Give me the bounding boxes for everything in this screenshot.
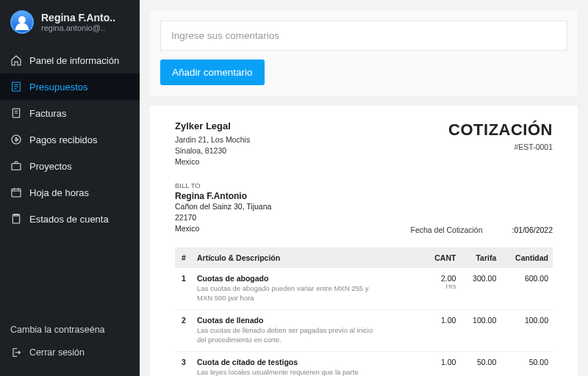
sidebar-nav: Panel de información Presupuestos Factur… [0,43,140,232]
user-block: Regina F.Anto.. regina.antonio@.. [0,0,140,43]
avatar [10,10,34,34]
billto-address-3: Mexico [175,223,271,234]
svg-rect-3 [12,164,21,170]
sidebar-item-estimates[interactable]: Presupuestos [0,73,140,100]
col-description: Artículo & Descripción [193,247,423,268]
sidebar-item-invoices[interactable]: Facturas [0,100,140,126]
item-unit: Hrs [427,283,456,290]
logout-icon [10,347,22,358]
sidebar-item-label: Pagos recibidos [29,134,98,145]
item-qty: 1.00 [423,309,460,351]
estimate-icon [10,81,22,93]
sidebar-item-label: Panel de información [29,55,119,66]
sidebar-item-statements[interactable]: Estados de cuenta [0,206,140,232]
sidebar-item-label: Proyectos [29,161,72,172]
row-index: 2 [175,309,193,351]
billto-name: Regina F.Antonio [175,191,271,201]
sidebar-item-label: Presupuestos [29,82,88,93]
company-block: Zylker Legal Jardin 21, Los Mochis Sinal… [175,120,250,168]
col-qty: CANT [423,247,460,268]
statement-icon [10,213,22,225]
sidebar-item-label: Facturas [29,108,67,119]
sidebar-item-payments[interactable]: Pagos recibidos [0,126,140,153]
sidebar-item-projects[interactable]: Proyectos [0,153,140,179]
sidebar-item-label: Hoja de horas [29,187,89,198]
item-name: Cuotas de abogado [197,274,418,283]
billto-address-1: Cañon del Sainz 30, Tijuana [175,201,271,212]
table-row: 1 Cuotas de abogado Las cuotas de abogad… [175,268,553,309]
item-desc: Las cuotas de llenado deben ser pagadas … [197,326,373,345]
row-index: 3 [175,351,193,376]
sidebar-item-label: Estados de cuenta [29,214,109,225]
calendar-icon [10,187,22,198]
footer-label: Cambia la contraseéna [10,325,105,335]
payments-icon [10,134,22,145]
sidebar-footer: Cambia la contraseéna Cerrar sesión [0,314,140,376]
item-rate: 300.00 [460,268,501,309]
logout-link[interactable]: Cerrar sesión [0,341,140,364]
doc-title: COTIZACIÓN [448,120,553,140]
line-items-table: # Artículo & Descripción CANT Tarifa Can… [175,247,553,376]
item-name: Cuota de citado de testigos [197,358,418,366]
doc-meta: Fecha del Cotización :01/06/2022 [410,225,553,234]
main-content: Añadir comentario Zylker Legal Jardin 21… [140,0,588,376]
billto-block: Bill TO Regina F.Antonio Cañon del Sainz… [175,181,271,235]
doc-title-block: COTIZACIÓN #EST-0001 [448,120,553,151]
item-amount: 600.00 [501,268,553,309]
estimate-document: Zylker Legal Jardin 21, Los Mochis Sinal… [150,106,578,376]
user-email: regina.antonio@.. [41,24,115,32]
item-name: Cuotas de llenado [197,316,418,325]
billto-address-2: 22170 [175,212,271,223]
change-password-link[interactable]: Cambia la contraseéna [0,319,140,341]
footer-label: Cerrar sesión [29,347,85,358]
sidebar-item-timesheet[interactable]: Hoja de horas [0,179,140,206]
sidebar-item-dashboard[interactable]: Panel de información [0,47,140,73]
table-row: 3 Cuota de citado de testigos Las leyes … [175,351,553,376]
briefcase-icon [10,160,22,172]
company-address-3: Mexico [175,156,250,167]
svg-rect-6 [14,214,18,216]
col-rate: Tarifa [460,247,501,268]
company-address-2: Sinaloa, 81230 [175,145,250,156]
company-name: Zylker Legal [175,120,250,131]
svg-rect-4 [12,189,21,197]
sidebar: Regina F.Anto.. regina.antonio@.. Panel … [0,0,140,376]
item-rate: 100.00 [460,309,501,351]
company-address-1: Jardin 21, Los Mochis [175,134,250,145]
item-rate: 50.00 [460,351,501,376]
add-comment-button[interactable]: Añadir comentario [160,59,265,85]
item-qty: 2.00 [427,274,456,283]
item-desc: Las cuotas de abogado pueden variar entr… [197,284,373,303]
invoice-icon [10,107,22,119]
item-desc: Las leyes locales usualmente requieren q… [197,368,373,376]
comment-input[interactable] [160,21,567,51]
item-amount: 50.00 [501,351,553,376]
user-display-name: Regina F.Anto.. [41,12,115,24]
col-amount: Cantidad [501,247,553,268]
home-icon [10,54,22,66]
col-index: # [175,247,193,268]
doc-date-value: :01/06/2022 [512,225,553,234]
doc-date-label: Fecha del Cotización [410,225,482,234]
comment-card: Añadir comentario [150,10,578,95]
item-amount: 100.00 [501,309,553,351]
item-qty: 1.00 [423,351,460,376]
row-index: 1 [175,268,193,309]
doc-number: #EST-0001 [448,142,553,151]
table-row: 2 Cuotas de llenado Las cuotas de llenad… [175,309,553,351]
billto-label: Bill TO [175,181,271,189]
